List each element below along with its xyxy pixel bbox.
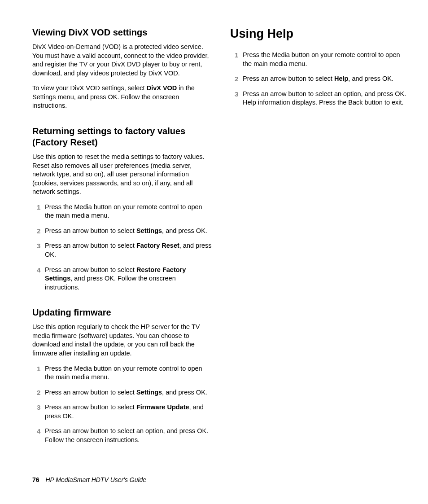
step-number: 1 xyxy=(37,364,40,373)
ordered-list: 1 Press the Media button on your remote … xyxy=(32,203,212,292)
ordered-list: 1 Press the Media button on your remote … xyxy=(230,51,410,107)
step-text: Press the Media button on your remote co… xyxy=(45,203,202,219)
list-item: 3 Press an arrow button to select Firmwa… xyxy=(45,403,212,421)
step-number: 3 xyxy=(235,90,238,99)
text: Press an arrow button to select xyxy=(45,389,136,396)
page-number: 76 xyxy=(32,476,39,483)
text: Press an arrow button to select xyxy=(45,266,136,273)
list-item: 3 Press an arrow button to select an opt… xyxy=(243,90,410,107)
list-item: 2 Press an arrow button to select Help, … xyxy=(243,75,410,83)
step-text: Press an arrow button to select an optio… xyxy=(243,90,406,106)
list-item: 1 Press the Media button on your remote … xyxy=(45,203,212,220)
step-text: Press the Media button on your remote co… xyxy=(45,365,202,381)
step-number: 3 xyxy=(37,403,40,412)
ordered-list: 1 Press the Media button on your remote … xyxy=(32,364,212,445)
step-text: Press an arrow button to select an optio… xyxy=(45,427,208,443)
bold-text: Help xyxy=(334,75,348,82)
paragraph: DivX Video-on-Demand (VOD) is a protecte… xyxy=(32,43,212,78)
page-footer: 76 HP MediaSmart HDTV User's Guide xyxy=(32,476,146,483)
step-number: 2 xyxy=(37,388,40,397)
text: Press an arrow button to select xyxy=(45,227,136,234)
text: To view your DivX VOD settings, select xyxy=(32,84,147,92)
step-number: 3 xyxy=(37,241,40,250)
bold-text: Settings xyxy=(136,227,162,234)
text: Press an arrow button to select xyxy=(45,242,136,249)
list-item: 1 Press the Media button on your remote … xyxy=(45,364,212,382)
step-number: 4 xyxy=(37,427,40,436)
step-text: Press the Media button on your remote co… xyxy=(243,51,400,67)
heading-factory-reset: Returning settings to factory values (Fa… xyxy=(32,126,212,148)
bold-text: DivX VOD xyxy=(147,84,177,92)
paragraph: Use this option to reset the media setti… xyxy=(32,153,212,197)
text: , and press OK. xyxy=(162,389,207,396)
text: , and press OK. xyxy=(162,227,207,234)
list-item: 3 Press an arrow button to select Factor… xyxy=(45,241,212,259)
text: Press an arrow button to select xyxy=(243,75,334,82)
step-number: 4 xyxy=(37,266,40,275)
bold-text: Firmware Update xyxy=(136,403,189,411)
list-item: 4 Press an arrow button to select Restor… xyxy=(45,266,212,292)
list-item: 4 Press an arrow button to select an opt… xyxy=(45,427,212,444)
step-number: 2 xyxy=(37,227,40,236)
list-item: 2 Press an arrow button to select Settin… xyxy=(45,388,212,397)
left-column: Viewing DivX VOD settings DivX Video-on-… xyxy=(32,27,212,451)
step-number: 1 xyxy=(37,203,40,212)
heading-using-help: Using Help xyxy=(230,27,410,41)
heading-divx-vod: Viewing DivX VOD settings xyxy=(32,27,212,38)
list-item: 2 Press an arrow button to select Settin… xyxy=(45,227,212,236)
heading-updating-firmware: Updating firmware xyxy=(32,307,212,318)
document-title: HP MediaSmart HDTV User's Guide xyxy=(45,476,146,483)
step-number: 2 xyxy=(235,75,238,83)
bold-text: Factory Reset xyxy=(136,242,179,249)
list-item: 1 Press the Media button on your remote … xyxy=(243,51,410,68)
paragraph: Use this option regularly to check the H… xyxy=(32,323,212,358)
page-body: Viewing DivX VOD settings DivX Video-on-… xyxy=(0,0,428,451)
text: , and press OK. xyxy=(348,75,393,82)
paragraph: To view your DivX VOD settings, select D… xyxy=(32,84,212,110)
text: Press an arrow button to select xyxy=(45,403,136,411)
right-column: Using Help 1 Press the Media button on y… xyxy=(230,27,410,451)
step-number: 1 xyxy=(235,51,238,60)
bold-text: Settings xyxy=(136,389,162,396)
